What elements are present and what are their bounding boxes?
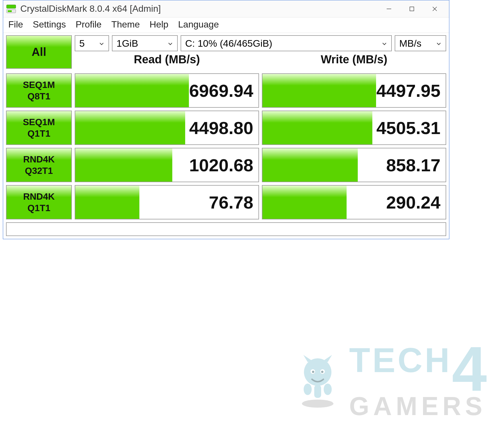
- read-bar: [75, 111, 185, 144]
- svg-point-14: [304, 384, 312, 395]
- menu-settings[interactable]: Settings: [33, 19, 66, 30]
- menu-help[interactable]: Help: [149, 19, 168, 30]
- test-label-line1: SEQ1M: [23, 116, 55, 128]
- svg-rect-2: [8, 10, 12, 12]
- app-icon: [6, 4, 16, 14]
- test-label-line1: RND4K: [23, 154, 55, 165]
- unit-select[interactable]: MB/s: [395, 35, 446, 51]
- svg-rect-4: [410, 7, 414, 11]
- write-value: 4505.31: [376, 118, 440, 138]
- controls-area: All 5 1GiB C: 10% (46/465GiB): [3, 33, 449, 70]
- test-label-line2: Q8T1: [27, 91, 50, 102]
- mascot-icon: [292, 352, 343, 410]
- write-column-header: Write (MB/s): [262, 53, 446, 66]
- write-bar: [262, 74, 376, 107]
- svg-point-15: [324, 384, 332, 395]
- read-value: 1020.68: [189, 155, 253, 175]
- watermark-text-tech: TECH: [349, 344, 452, 376]
- close-icon: [432, 6, 438, 12]
- read-bar: [75, 74, 189, 107]
- write-value-cell: 4505.31: [262, 111, 446, 145]
- test-label-line1: RND4K: [23, 191, 55, 202]
- read-value-cell: 1020.68: [75, 148, 259, 182]
- test-label-line2: Q32T1: [25, 165, 53, 176]
- test-label-line2: Q1T1: [27, 202, 50, 214]
- read-bar: [75, 186, 139, 219]
- write-value-cell: 858.17: [262, 148, 446, 182]
- minimize-icon: [386, 6, 392, 12]
- test-button-seq1m-q8t1[interactable]: SEQ1M Q8T1: [6, 73, 72, 108]
- menu-file[interactable]: File: [8, 19, 23, 30]
- menu-theme[interactable]: Theme: [111, 19, 140, 30]
- window-title: CrystalDiskMark 8.0.4 x64 [Admin]: [20, 3, 161, 14]
- test-label-line1: SEQ1M: [23, 79, 55, 91]
- results-grid: SEQ1M Q8T1 6969.94 4497.95 SEQ1M Q1T1 44…: [3, 73, 449, 222]
- test-button-rnd4k-q1t1[interactable]: RND4K Q1T1: [6, 185, 72, 219]
- svg-rect-0: [7, 5, 16, 8]
- menu-profile[interactable]: Profile: [76, 19, 102, 30]
- write-bar: [262, 111, 372, 144]
- chevron-down-icon: [99, 38, 104, 49]
- result-row: SEQ1M Q8T1 6969.94 4497.95: [6, 73, 446, 108]
- write-value: 858.17: [386, 155, 440, 175]
- test-count-value: 5: [79, 38, 85, 49]
- write-value-cell: 290.24: [262, 185, 446, 219]
- read-value: 76.78: [209, 192, 253, 213]
- watermark-text-four: 4: [452, 344, 487, 394]
- read-column-header: Read (MB/s): [75, 53, 259, 66]
- read-value-cell: 76.78: [75, 185, 259, 219]
- result-row: RND4K Q32T1 1020.68 858.17: [6, 148, 446, 182]
- result-row: RND4K Q1T1 76.78 290.24: [6, 185, 446, 219]
- write-value-cell: 4497.95: [262, 73, 446, 108]
- test-label-line2: Q1T1: [27, 128, 50, 139]
- read-value-cell: 4498.80: [75, 111, 259, 145]
- test-size-select[interactable]: 1GiB: [112, 35, 178, 51]
- read-bar: [75, 148, 172, 182]
- run-all-button[interactable]: All: [6, 35, 72, 69]
- write-bar: [262, 148, 358, 182]
- watermark-logo: TECH 4 GAMERS: [292, 344, 487, 419]
- svg-point-7: [302, 400, 333, 408]
- read-value: 4498.80: [189, 118, 253, 138]
- maximize-icon: [409, 6, 415, 12]
- write-value: 4497.95: [376, 80, 440, 101]
- status-bar: [6, 222, 446, 236]
- svg-point-11: [312, 371, 314, 373]
- test-button-seq1m-q1t1[interactable]: SEQ1M Q1T1: [6, 111, 72, 145]
- test-button-rnd4k-q32t1[interactable]: RND4K Q32T1: [6, 148, 72, 182]
- minimize-button[interactable]: [377, 0, 400, 17]
- menu-language[interactable]: Language: [178, 19, 219, 30]
- chevron-down-icon: [382, 38, 387, 49]
- svg-point-12: [321, 371, 323, 373]
- read-value: 6969.94: [189, 80, 253, 101]
- svg-rect-13: [314, 385, 321, 398]
- drive-value: C: 10% (46/465GiB): [185, 38, 272, 49]
- write-value: 290.24: [386, 192, 440, 213]
- chevron-down-icon: [436, 38, 442, 49]
- read-value-cell: 6969.94: [75, 73, 259, 108]
- close-button[interactable]: [423, 0, 446, 17]
- title-bar: CrystalDiskMark 8.0.4 x64 [Admin]: [3, 0, 449, 17]
- menu-bar: File Settings Profile Theme Help Languag…: [3, 17, 449, 33]
- maximize-button[interactable]: [400, 0, 423, 17]
- result-row: SEQ1M Q1T1 4498.80 4505.31: [6, 111, 446, 145]
- test-size-value: 1GiB: [116, 38, 138, 49]
- chevron-down-icon: [167, 38, 173, 49]
- drive-select[interactable]: C: 10% (46/465GiB): [181, 35, 392, 51]
- unit-value: MB/s: [399, 38, 421, 49]
- watermark-text-gamers: GAMERS: [349, 394, 487, 419]
- app-window: CrystalDiskMark 8.0.4 x64 [Admin] File S…: [3, 0, 449, 239]
- write-bar: [262, 186, 347, 219]
- test-count-select[interactable]: 5: [75, 35, 109, 51]
